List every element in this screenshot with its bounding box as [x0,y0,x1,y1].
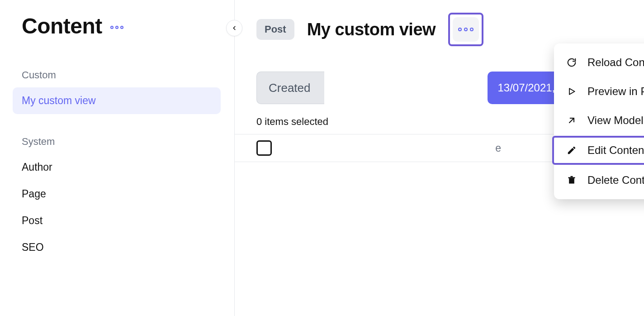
table-column-partial[interactable]: e [487,142,509,154]
sidebar: Content Custom My custom view System Aut… [0,0,235,316]
menu-item-edit[interactable]: Edit Content View [554,138,644,163]
menu-item-view-model[interactable]: View Model [554,106,644,135]
svg-rect-10 [568,177,575,178]
more-icon [458,28,474,31]
view-more-button[interactable] [453,17,479,42]
menu-label: Edit Content View [587,144,644,157]
more-icon[interactable] [110,26,123,29]
sidebar-item-author[interactable]: Author [13,154,221,181]
menu-item-delete[interactable]: Delete Content View [554,166,644,195]
svg-rect-9 [569,178,574,184]
filter-field-selector[interactable]: Created [256,72,324,104]
svg-marker-7 [569,88,575,94]
main-content: Post My custom view Created 13/07/2021, … [235,0,644,316]
svg-line-8 [569,118,574,123]
view-title: My custom view [307,20,436,39]
menu-label: Reload Content [587,56,644,69]
trash-icon [566,175,578,185]
external-link-icon [566,116,578,125]
menu-label: Delete Content View [587,174,644,187]
sidebar-item-seo[interactable]: SEO [13,234,221,261]
sidebar-item-post[interactable]: Post [13,207,221,234]
svg-rect-11 [571,176,573,177]
menu-item-reload[interactable]: Reload Content [554,48,644,77]
model-badge[interactable]: Post [256,19,294,40]
highlight-edit-menu-item: Edit Content View [552,136,644,165]
pencil-icon [566,145,578,155]
menu-label: View Model [587,114,644,127]
highlight-more-button [448,13,483,46]
menu-item-preview[interactable]: Preview in Playground [554,77,644,106]
play-icon [566,87,578,96]
sidebar-section-system: System [22,136,221,148]
reload-icon [566,57,578,67]
sidebar-title: Content [22,14,102,38]
view-actions-menu: Reload Content Preview in Playground Vie… [554,43,644,199]
select-all-checkbox[interactable] [256,140,272,156]
sidebar-item-my-custom-view[interactable]: My custom view [13,87,221,114]
sidebar-section-custom: Custom [22,69,221,81]
menu-label: Preview in Playground [587,85,644,98]
sidebar-item-page[interactable]: Page [13,181,221,207]
